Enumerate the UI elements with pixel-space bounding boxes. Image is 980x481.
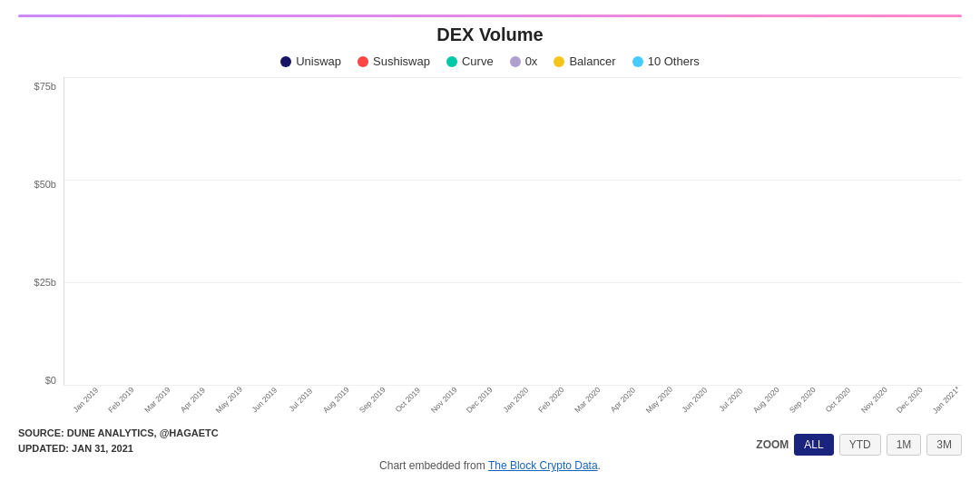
legend-item-uniswap: Uniswap xyxy=(280,54,341,68)
x-label: Jul 2019 xyxy=(285,386,326,420)
x-label: Nov 2020 xyxy=(858,386,899,420)
legend: UniswapSushiswapCurve0xBalancer10 Others xyxy=(18,54,962,68)
embed-link[interactable]: The Block Crypto Data xyxy=(488,459,598,472)
legend-item-zerox: 0x xyxy=(510,54,538,68)
legend-label-others: 10 Others xyxy=(648,54,700,68)
y-axis: $75b$50b$25b$0 xyxy=(18,77,64,420)
footer: SOURCE: DUNE ANALYTICS, @HAGAETC UPDATED… xyxy=(18,426,962,456)
source-text: SOURCE: DUNE ANALYTICS, @HAGAETC UPDATED… xyxy=(18,426,219,456)
x-labels-row: Jan 2019Feb 2019Mar 2019Apr 2019May 2019… xyxy=(64,386,962,420)
x-label: May 2020 xyxy=(643,386,684,420)
x-label: Jan 2021* xyxy=(930,386,962,420)
y-label: $75b xyxy=(34,81,56,92)
x-label: Feb 2019 xyxy=(106,386,147,420)
x-label: Jun 2019 xyxy=(250,386,290,420)
y-label: $50b xyxy=(34,179,56,190)
x-label: Jul 2020 xyxy=(715,386,756,420)
x-label: May 2019 xyxy=(213,386,254,420)
legend-dot-sushiswap xyxy=(358,56,368,67)
legend-dot-balancer xyxy=(554,56,564,67)
x-label: Apr 2020 xyxy=(608,386,649,420)
chart-title: DEX Volume xyxy=(18,25,962,45)
zoom-button-all[interactable]: ALL xyxy=(794,434,833,456)
source-line2: UPDATED: JAN 31, 2021 xyxy=(18,441,219,456)
chart-area: $75b$50b$25b$0 Jan 2019Feb 2019Mar 2019A… xyxy=(18,77,962,420)
x-label: Dec 2020 xyxy=(895,386,936,420)
x-label: Nov 2019 xyxy=(428,386,469,420)
main-container: DEX Volume UniswapSushiswapCurve0xBalanc… xyxy=(0,0,980,481)
decorative-top-line xyxy=(18,15,962,17)
x-label: Feb 2020 xyxy=(536,386,577,420)
x-label: Aug 2020 xyxy=(751,386,792,420)
legend-item-curve: Curve xyxy=(446,54,494,68)
x-label: Oct 2019 xyxy=(393,386,434,420)
bars-container xyxy=(64,77,962,386)
zoom-button-1m[interactable]: 1M xyxy=(887,434,922,456)
legend-label-balancer: Balancer xyxy=(569,54,615,68)
zoom-button-3m[interactable]: 3M xyxy=(926,434,962,456)
legend-item-others: 10 Others xyxy=(632,54,700,68)
x-label: Aug 2019 xyxy=(321,386,362,420)
x-label: Jun 2020 xyxy=(680,386,720,420)
legend-item-balancer: Balancer xyxy=(554,54,615,68)
x-label: Mar 2020 xyxy=(572,386,612,420)
legend-dot-curve xyxy=(446,56,457,67)
zoom-controls: ZOOM ALLYTD1M3M xyxy=(756,434,962,456)
y-label: $0 xyxy=(45,375,56,386)
legend-item-sushiswap: Sushiswap xyxy=(358,54,430,68)
x-label: Apr 2019 xyxy=(178,386,219,420)
bars-wrapper xyxy=(64,77,962,385)
zoom-label: ZOOM xyxy=(756,438,789,451)
legend-label-zerox: 0x xyxy=(525,54,538,68)
x-label: Sep 2020 xyxy=(787,386,828,420)
y-label: $25b xyxy=(34,277,56,288)
legend-dot-others xyxy=(632,56,643,67)
x-label: Jan 2019 xyxy=(70,386,111,420)
chart-content: Jan 2019Feb 2019Mar 2019Apr 2019May 2019… xyxy=(64,77,962,420)
x-label: Oct 2020 xyxy=(823,386,864,420)
x-label: Dec 2019 xyxy=(465,386,505,420)
embed-line: Chart embedded from The Block Crypto Dat… xyxy=(18,459,962,472)
x-label: Sep 2019 xyxy=(357,386,397,420)
x-label: Jan 2020 xyxy=(500,386,541,420)
source-line1: SOURCE: DUNE ANALYTICS, @HAGAETC xyxy=(18,426,219,441)
legend-label-curve: Curve xyxy=(462,54,494,68)
zoom-button-ytd[interactable]: YTD xyxy=(839,434,881,456)
legend-label-sushiswap: Sushiswap xyxy=(373,54,430,68)
legend-dot-zerox xyxy=(510,56,521,67)
legend-dot-uniswap xyxy=(280,56,291,67)
x-label: Mar 2019 xyxy=(142,386,182,420)
embed-prefix: Chart embedded from xyxy=(379,459,488,472)
legend-label-uniswap: Uniswap xyxy=(296,54,341,68)
